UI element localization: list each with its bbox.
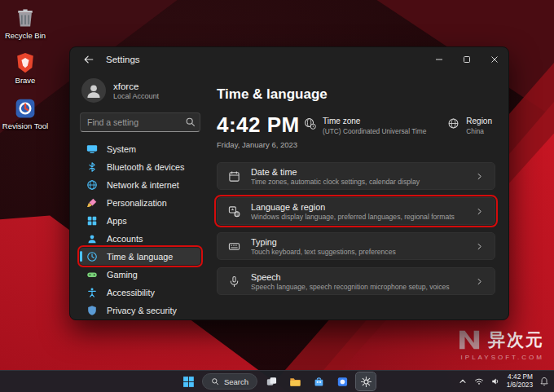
wifi-icon[interactable] [474, 377, 484, 386]
sidebar-item-privacy-security[interactable]: Privacy & security [80, 302, 200, 319]
window-title: Settings [106, 55, 140, 64]
system-tray: 4:42 PM 1/6/2023 [458, 371, 549, 392]
task-view-button[interactable] [262, 372, 281, 390]
card-language-region[interactable]: Language & region Windows display langua… [217, 197, 495, 225]
locale-meta: Time zone (UTC) Coordinated Universal Ti… [304, 117, 492, 135]
settings-window: Settings xforce [69, 46, 509, 320]
desktop-icon-recycle-bin[interactable]: Recycle Bin [2, 7, 49, 40]
start-button[interactable] [178, 372, 198, 390]
sidebar-item-time-language[interactable]: Time & language [80, 248, 200, 265]
time-language-clock-icon [86, 251, 98, 262]
card-subtitle: Windows display language, preferred lang… [251, 213, 464, 221]
card-speech[interactable]: Speech Speech language, speech recogniti… [217, 267, 495, 295]
card-texts: Language & region Windows display langua… [251, 202, 464, 221]
card-texts: Date & time Time zones, automatic clock … [251, 167, 464, 186]
person-icon [85, 81, 103, 99]
card-subtitle: Touch keyboard, text suggestions, prefer… [251, 248, 464, 256]
minimize-icon [435, 55, 443, 64]
search-icon [185, 117, 196, 127]
user-texts: xforce Local Account [113, 81, 159, 100]
language-region-icon [228, 205, 240, 218]
watermark-title: 异次元 [488, 328, 544, 351]
sidebar-item-system[interactable]: System [80, 140, 200, 157]
sidebar-item-bluetooth-devices[interactable]: Bluetooth & devices [80, 158, 200, 175]
apps-grid-icon [86, 215, 98, 227]
card-subtitle: Time zones, automatic clock settings, ca… [251, 178, 464, 186]
timezone-texts: Time zone (UTC) Coordinated Universal Ti… [323, 117, 426, 135]
clock-header: 4:42 PM Friday, January 6, 2023 Time zon… [217, 112, 495, 149]
chevron-right-icon [475, 207, 484, 216]
file-explorer-button[interactable] [285, 372, 305, 390]
microsoft-store-button[interactable] [309, 372, 328, 390]
network-globe-icon [86, 179, 98, 191]
sidebar-item-label: Personalization [107, 198, 167, 208]
accessibility-person-icon [86, 287, 98, 298]
close-icon [490, 55, 499, 64]
sidebar-item-label: Network & internet [107, 180, 179, 190]
sidebar-item-personalization[interactable]: Personalization [80, 194, 200, 211]
region-texts: Region China [466, 117, 492, 135]
gaming-controller-icon [86, 269, 98, 280]
window-controls [425, 47, 508, 72]
date-time-icon [228, 170, 240, 183]
chevron-right-icon [475, 277, 484, 286]
desktop-icon-label: Recycle Bin [5, 32, 46, 40]
search-input[interactable] [80, 112, 200, 132]
personalization-brush-icon [86, 197, 98, 209]
taskbar-center: Search [178, 371, 376, 392]
windows-logo-icon [182, 376, 194, 388]
photos-app-icon [336, 376, 349, 388]
tray-date: 1/6/2023 [507, 381, 533, 390]
accounts-person-icon [86, 233, 98, 244]
sidebar-nav: System Bluetooth & devices Network & int… [80, 140, 200, 319]
settings-cards: Date & time Time zones, automatic clock … [217, 162, 495, 295]
notifications-bell-icon[interactable] [539, 377, 549, 386]
settings-gear-icon [360, 376, 372, 388]
sidebar-item-label: Accessibility [107, 288, 155, 297]
sidebar-item-label: Gaming [107, 270, 138, 280]
taskbar-search[interactable]: Search [202, 373, 257, 390]
revision-tool-icon [14, 97, 37, 120]
taskbar: Search [0, 370, 554, 392]
search-icon [211, 377, 219, 385]
file-explorer-icon [289, 376, 301, 388]
card-date-time[interactable]: Date & time Time zones, automatic clock … [217, 162, 495, 190]
card-subtitle: Speech language, speech recognition micr… [251, 283, 464, 291]
timezone-info: Time zone (UTC) Coordinated Universal Ti… [304, 117, 426, 135]
bluetooth-icon [86, 161, 98, 173]
sidebar-item-apps[interactable]: Apps [80, 212, 200, 229]
chevron-right-icon [475, 172, 484, 181]
back-button[interactable] [78, 51, 99, 68]
sidebar-item-gaming[interactable]: Gaming [80, 266, 200, 283]
maximize-icon [463, 55, 471, 64]
photos-app-button[interactable] [332, 372, 352, 390]
region-info: Region China [447, 117, 492, 135]
card-title: Typing [251, 237, 464, 247]
desktop-icon-revision-tool[interactable]: Revision Tool [2, 97, 49, 130]
typing-keyboard-icon [228, 240, 240, 253]
settings-app-button[interactable] [356, 372, 376, 390]
volume-icon[interactable] [490, 377, 500, 386]
avatar [81, 78, 106, 103]
chevron-right-icon [475, 242, 484, 251]
timezone-value: (UTC) Coordinated Universal Time [323, 127, 426, 135]
watermark: 异次元 IPLAYSOFT.COM [458, 328, 544, 361]
desktop-icon-brave[interactable]: Brave [2, 51, 49, 85]
sidebar-item-label: Time & language [107, 252, 173, 262]
close-button[interactable] [481, 47, 508, 72]
sidebar-item-network-internet[interactable]: Network & internet [80, 176, 200, 193]
desktop-icons: Recycle Bin Brave Revision Tool [2, 7, 49, 130]
microsoft-store-icon [313, 376, 325, 388]
region-value: China [466, 127, 492, 135]
user-profile[interactable]: xforce Local Account [80, 75, 200, 111]
maximize-button[interactable] [453, 47, 481, 72]
titlebar: Settings [70, 47, 508, 72]
sidebar-item-accessibility[interactable]: Accessibility [80, 284, 200, 301]
tray-clock[interactable]: 4:42 PM 1/6/2023 [507, 373, 533, 390]
sidebar-item-accounts[interactable]: Accounts [80, 230, 200, 247]
card-typing[interactable]: Typing Touch keyboard, text suggestions,… [217, 232, 495, 260]
settings-search [80, 112, 200, 132]
chevron-up-icon[interactable] [458, 377, 468, 386]
minimize-button[interactable] [425, 47, 453, 72]
region-globe-icon [447, 117, 459, 130]
